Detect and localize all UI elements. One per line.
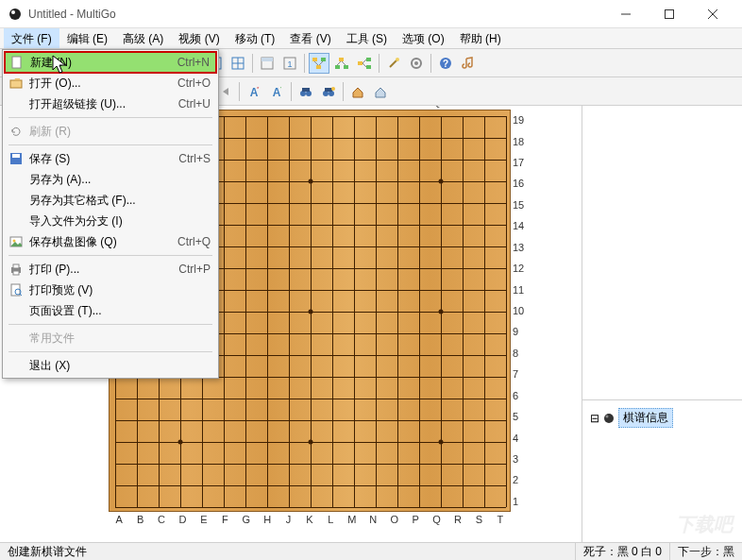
svg-point-71 <box>606 415 609 417</box>
svg-line-47 <box>363 59 366 63</box>
layout-2-icon[interactable]: 1 <box>279 53 300 74</box>
binoc-1-icon[interactable] <box>295 81 316 102</box>
tree-expand-icon[interactable]: ⊟ <box>590 412 599 425</box>
mark-a-icon[interactable]: A* <box>244 81 264 102</box>
status-next-move: 下一步：黑 <box>670 543 742 560</box>
svg-point-50 <box>396 58 399 61</box>
help-icon[interactable]: ? <box>435 53 456 74</box>
blank-icon <box>8 213 24 229</box>
blank-icon <box>8 303 24 318</box>
maximize-button[interactable] <box>648 0 691 28</box>
file-menu-item: 常用文件 <box>5 328 216 348</box>
svg-rect-34 <box>312 58 317 61</box>
menu-3[interactable]: 视频 (V) <box>171 28 227 48</box>
svg-line-43 <box>342 61 346 65</box>
svg-line-38 <box>319 61 323 65</box>
titlebar: Untitled - MultiGo <box>0 0 742 28</box>
svg-rect-68 <box>325 88 332 92</box>
menu-8[interactable]: 帮助 (H) <box>452 28 509 48</box>
svg-text:': ' <box>280 86 281 92</box>
binoc-2-icon[interactable] <box>318 81 339 102</box>
file-menu-dropdown[interactable]: 新建 (N)Ctrl+N打开 (O)...Ctrl+O打开超级链接 (U)...… <box>2 49 219 379</box>
tree-root-label: 棋谱信息 <box>618 408 673 428</box>
tree-root-node[interactable]: ⊟ 棋谱信息 <box>588 406 736 430</box>
refresh-icon <box>8 124 24 139</box>
blank-icon <box>8 358 24 373</box>
side-panels: ⊟ 棋谱信息 <box>582 106 742 542</box>
svg-rect-72 <box>12 57 21 68</box>
tree-3-icon[interactable] <box>354 53 375 74</box>
file-menu-item[interactable]: 页面设置 (T)... <box>5 300 216 321</box>
menu-0[interactable]: 文件 (F) <box>4 28 59 48</box>
file-menu-item[interactable]: 新建 (N)Ctrl+N <box>4 51 217 74</box>
svg-point-0 <box>9 8 21 20</box>
app-icon <box>8 7 23 22</box>
svg-rect-73 <box>10 80 22 88</box>
print-icon <box>8 262 24 277</box>
music-icon[interactable] <box>458 53 479 74</box>
blank-icon <box>8 193 24 208</box>
svg-point-1 <box>11 10 15 14</box>
statusbar: 创建新棋谱文件 死子：黑 0 白 0 下一步：黑 <box>0 542 742 560</box>
info-panel <box>582 106 742 400</box>
mark-b-icon[interactable]: A' <box>266 81 287 102</box>
svg-rect-35 <box>321 58 326 61</box>
file-menu-item[interactable]: 打印 (P)...Ctrl+P <box>5 259 216 280</box>
svg-rect-65 <box>302 88 310 92</box>
svg-point-69 <box>331 87 335 91</box>
pic-icon <box>8 234 24 249</box>
menu-4[interactable]: 移动 (T) <box>228 28 283 48</box>
svg-text:1: 1 <box>287 59 292 69</box>
svg-rect-79 <box>13 264 19 268</box>
menubar: 文件 (F)编辑 (E)高级 (A)视频 (V)移动 (T)查看 (V)工具 (… <box>0 28 742 49</box>
blank-icon <box>8 96 24 111</box>
svg-rect-41 <box>344 65 348 69</box>
blank-icon <box>8 331 24 346</box>
svg-line-48 <box>363 63 366 67</box>
layout-1-icon[interactable] <box>257 53 278 74</box>
node-stone-icon <box>603 413 615 424</box>
status-message: 创建新棋谱文件 <box>0 543 576 560</box>
menu-6[interactable]: 工具 (S) <box>339 28 395 48</box>
svg-point-70 <box>604 414 614 423</box>
file-menu-item[interactable]: 保存 (S)Ctrl+S <box>5 148 216 169</box>
svg-text:?: ? <box>443 59 448 69</box>
menu-7[interactable]: 选项 (O) <box>395 28 452 48</box>
file-menu-item[interactable]: 打开 (O)...Ctrl+O <box>5 73 216 93</box>
svg-point-52 <box>414 61 418 65</box>
house-1-icon[interactable] <box>347 81 368 102</box>
svg-line-37 <box>314 61 318 65</box>
svg-rect-36 <box>316 65 321 69</box>
menu-2[interactable]: 高级 (A) <box>115 28 171 48</box>
file-menu-item[interactable]: 另存为 (A)... <box>5 169 216 190</box>
svg-rect-46 <box>366 65 371 69</box>
svg-rect-44 <box>358 61 363 65</box>
close-button[interactable] <box>691 0 734 28</box>
svg-rect-31 <box>261 58 273 61</box>
svg-line-42 <box>337 61 341 65</box>
menu-5[interactable]: 查看 (V) <box>282 28 338 48</box>
save-icon <box>8 151 24 166</box>
svg-rect-75 <box>12 154 20 158</box>
tool-c-icon[interactable] <box>228 53 248 74</box>
file-menu-item[interactable]: 另存为其它格式 (F)... <box>5 190 216 211</box>
window-title: Untitled - MultiGo <box>28 8 604 21</box>
file-menu-item[interactable]: 退出 (X) <box>5 355 216 376</box>
blank-icon <box>8 172 24 187</box>
wand-icon[interactable] <box>383 53 404 74</box>
file-menu-item[interactable]: 保存棋盘图像 (Q)Ctrl+Q <box>5 231 216 252</box>
menu-1[interactable]: 编辑 (E) <box>59 28 115 48</box>
tree-2-icon[interactable] <box>331 53 352 74</box>
svg-point-77 <box>13 240 16 243</box>
new-doc-icon <box>9 55 25 70</box>
file-menu-item[interactable]: 打开超级链接 (U)...Ctrl+U <box>5 93 216 114</box>
house-2-icon[interactable] <box>370 81 391 102</box>
settings-icon[interactable] <box>406 53 427 74</box>
tree-panel[interactable]: ⊟ 棋谱信息 <box>582 400 742 542</box>
file-menu-item[interactable]: 打印预览 (V) <box>5 280 216 300</box>
tree-1-icon[interactable] <box>309 53 329 74</box>
file-menu-item[interactable]: 导入文件为分支 (I) <box>5 211 216 231</box>
svg-rect-80 <box>13 271 19 275</box>
minimize-button[interactable] <box>604 0 648 28</box>
preview-icon <box>8 282 24 297</box>
